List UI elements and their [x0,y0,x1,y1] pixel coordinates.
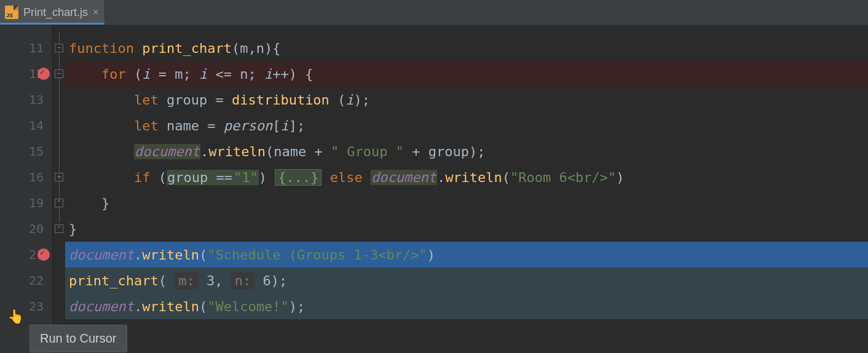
code-line[interactable]: document.writeln(name + " Group " + grou… [65,138,868,164]
line-number[interactable]: 22 [0,268,52,293]
fold-collapse-icon[interactable]: − [55,44,63,52]
js-file-icon: JS [5,6,18,19]
code-line[interactable]: } [65,216,868,242]
code-line[interactable]: let group = distribution (i); [65,87,868,113]
breakpoint-icon[interactable] [37,248,50,261]
cursor-pointer-icon: 👆 [7,309,24,324]
code-line[interactable]: let name = person[i]; [65,113,868,138]
line-number[interactable]: 21 [0,242,52,268]
code-area[interactable]: function print_chart(m,n){ for (i = m; i… [65,25,868,353]
code-line[interactable]: if (group =="1") {...} else document.wri… [65,164,868,190]
line-number[interactable]: 14 [0,113,52,138]
fold-expand-icon[interactable]: + [55,173,63,181]
file-tab[interactable]: JS Print_chart.js × [0,0,105,25]
tooltip: Run to Cursor [30,325,127,352]
tab-bar: JS Print_chart.js × [0,0,868,25]
breakpoint-icon[interactable] [37,68,50,80]
line-number[interactable]: 20 [0,216,52,242]
file-tab-label: Print_chart.js [23,6,88,19]
close-icon[interactable]: × [93,7,98,18]
code-line-current[interactable]: document.writeln("Schedule (Groups 1-3<b… [65,242,868,268]
code-editor[interactable]: 11 12 13 14 15 16 19 20 21 22 23 24 − − … [0,25,868,353]
line-number[interactable]: 16 [0,164,52,190]
code-line[interactable]: document.writeln("Welcome!"); [65,293,868,319]
code-line[interactable]: function print_chart(m,n){ [65,35,868,61]
code-line[interactable]: for (i = m; i <= n; i++) { [65,61,868,87]
parameter-hint: m: [175,272,199,289]
code-line[interactable]: print_chart( m: 3, n: 6); [65,268,868,293]
fold-end-icon[interactable]: ⌃ [55,224,63,233]
folded-code[interactable]: {...} [275,169,322,186]
line-number[interactable]: 19 [0,190,52,216]
fold-collapse-icon[interactable]: − [55,69,63,78]
code-line[interactable] [65,319,868,345]
line-number[interactable]: 15 [0,138,52,164]
line-number[interactable]: 13 [0,87,52,113]
fold-end-icon[interactable]: ⌃ [55,199,63,207]
line-number[interactable]: 12 [0,61,52,87]
parameter-hint: n: [231,272,255,289]
line-number-gutter[interactable]: 11 12 13 14 15 16 19 20 21 22 23 24 [0,25,53,353]
line-number[interactable]: 11 [0,35,52,61]
fold-gutter: − − + ⌃ ⌃ [53,25,65,353]
code-line[interactable]: } [65,190,868,216]
